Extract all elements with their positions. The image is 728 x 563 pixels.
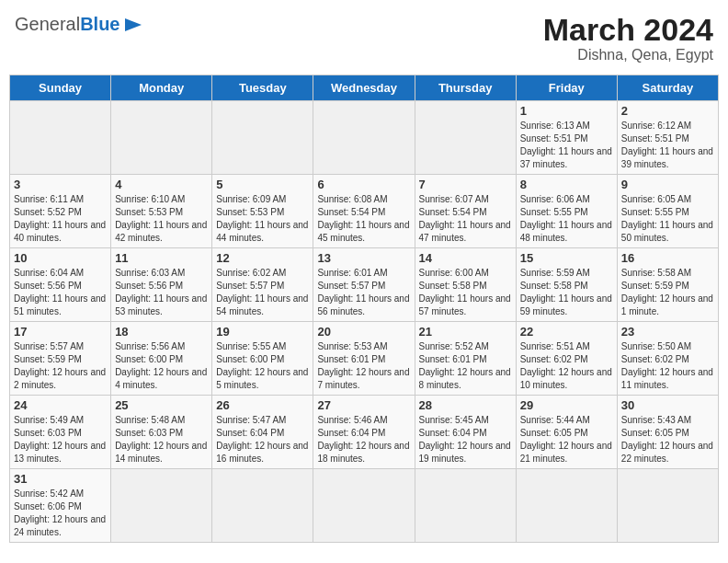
day-number: 14 [419, 251, 512, 265]
col-monday: Monday [111, 75, 212, 101]
day-info: Sunrise: 6:08 AM Sunset: 5:54 PM Dayligh… [317, 193, 410, 245]
day-number: 29 [520, 398, 613, 412]
table-row [111, 101, 212, 175]
col-wednesday: Wednesday [313, 75, 415, 101]
table-row: 3Sunrise: 6:11 AM Sunset: 5:52 PM Daylig… [10, 175, 111, 248]
table-row: 11Sunrise: 6:03 AM Sunset: 5:56 PM Dayli… [111, 248, 212, 322]
calendar-subtitle: Dishna, Qena, Egypt [543, 47, 713, 63]
day-info: Sunrise: 5:48 AM Sunset: 6:03 PM Dayligh… [115, 414, 208, 465]
table-row: 4Sunrise: 6:10 AM Sunset: 5:53 PM Daylig… [111, 175, 212, 248]
day-info: Sunrise: 6:03 AM Sunset: 5:56 PM Dayligh… [115, 267, 208, 318]
day-number: 9 [621, 178, 714, 191]
table-row: 1Sunrise: 6:13 AM Sunset: 5:51 PM Daylig… [516, 101, 617, 175]
calendar-table: Sunday Monday Tuesday Wednesday Thursday… [9, 75, 719, 543]
day-number: 1 [520, 104, 613, 118]
day-info: Sunrise: 5:59 AM Sunset: 5:58 PM Dayligh… [520, 267, 613, 318]
table-row: 5Sunrise: 6:09 AM Sunset: 5:53 PM Daylig… [212, 175, 313, 248]
day-info: Sunrise: 5:53 AM Sunset: 6:01 PM Dayligh… [317, 340, 410, 392]
day-info: Sunrise: 6:05 AM Sunset: 5:55 PM Dayligh… [621, 193, 714, 245]
day-number: 31 [14, 472, 107, 486]
table-row: 2Sunrise: 6:12 AM Sunset: 5:51 PM Daylig… [617, 101, 718, 175]
table-row: 31Sunrise: 5:42 AM Sunset: 6:06 PM Dayli… [10, 469, 111, 543]
day-number: 7 [419, 178, 512, 191]
day-info: Sunrise: 6:00 AM Sunset: 5:58 PM Dayligh… [419, 267, 512, 318]
day-info: Sunrise: 5:43 AM Sunset: 6:05 PM Dayligh… [621, 414, 714, 465]
day-number: 23 [621, 325, 714, 339]
day-info: Sunrise: 5:44 AM Sunset: 6:05 PM Dayligh… [520, 414, 613, 465]
table-row: 9Sunrise: 6:05 AM Sunset: 5:55 PM Daylig… [617, 175, 718, 248]
day-info: Sunrise: 5:46 AM Sunset: 6:04 PM Dayligh… [317, 414, 410, 465]
table-row: 19Sunrise: 5:55 AM Sunset: 6:00 PM Dayli… [212, 322, 313, 396]
table-row [415, 469, 516, 543]
table-row: 10Sunrise: 6:04 AM Sunset: 5:56 PM Dayli… [10, 248, 111, 322]
table-row: 27Sunrise: 5:46 AM Sunset: 6:04 PM Dayli… [313, 396, 415, 469]
table-row: 30Sunrise: 5:43 AM Sunset: 6:05 PM Dayli… [617, 396, 718, 469]
day-info: Sunrise: 6:11 AM Sunset: 5:52 PM Dayligh… [14, 193, 107, 245]
table-row: 25Sunrise: 5:48 AM Sunset: 6:03 PM Dayli… [111, 396, 212, 469]
table-row [516, 469, 617, 543]
table-row: 16Sunrise: 5:58 AM Sunset: 5:59 PM Dayli… [617, 248, 718, 322]
day-info: Sunrise: 5:47 AM Sunset: 6:04 PM Dayligh… [216, 414, 309, 465]
day-info: Sunrise: 6:07 AM Sunset: 5:54 PM Dayligh… [419, 193, 512, 245]
day-info: Sunrise: 6:02 AM Sunset: 5:57 PM Dayligh… [216, 267, 309, 318]
table-row [10, 101, 111, 175]
col-saturday: Saturday [617, 75, 718, 101]
day-number: 24 [14, 398, 107, 412]
day-info: Sunrise: 5:56 AM Sunset: 6:00 PM Dayligh… [115, 340, 208, 392]
table-row: 24Sunrise: 5:49 AM Sunset: 6:03 PM Dayli… [10, 396, 111, 469]
day-info: Sunrise: 5:57 AM Sunset: 5:59 PM Dayligh… [14, 340, 107, 392]
col-sunday: Sunday [10, 75, 111, 101]
table-row [313, 101, 415, 175]
col-tuesday: Tuesday [212, 75, 313, 101]
day-info: Sunrise: 6:06 AM Sunset: 5:55 PM Dayligh… [520, 193, 613, 245]
day-number: 11 [115, 251, 208, 265]
day-info: Sunrise: 6:01 AM Sunset: 5:57 PM Dayligh… [317, 267, 410, 318]
page-header: GeneralBlue March 2024 Dishna, Qena, Egy… [9, 9, 719, 67]
table-row [212, 469, 313, 543]
table-row [617, 469, 718, 543]
table-row: 23Sunrise: 5:50 AM Sunset: 6:02 PM Dayli… [617, 322, 718, 396]
day-number: 2 [621, 104, 714, 118]
day-info: Sunrise: 6:13 AM Sunset: 5:51 PM Dayligh… [520, 120, 613, 171]
table-row: 28Sunrise: 5:45 AM Sunset: 6:04 PM Dayli… [415, 396, 516, 469]
table-row: 15Sunrise: 5:59 AM Sunset: 5:58 PM Dayli… [516, 248, 617, 322]
table-row: 8Sunrise: 6:06 AM Sunset: 5:55 PM Daylig… [516, 175, 617, 248]
day-info: Sunrise: 6:12 AM Sunset: 5:51 PM Dayligh… [621, 120, 714, 171]
table-row: 22Sunrise: 5:51 AM Sunset: 6:02 PM Dayli… [516, 322, 617, 396]
day-info: Sunrise: 5:52 AM Sunset: 6:01 PM Dayligh… [419, 340, 512, 392]
svg-marker-0 [125, 18, 142, 31]
table-row: 20Sunrise: 5:53 AM Sunset: 6:01 PM Dayli… [313, 322, 415, 396]
day-number: 3 [14, 178, 107, 191]
day-number: 25 [115, 398, 208, 412]
day-number: 17 [14, 325, 107, 339]
day-number: 18 [115, 325, 208, 339]
day-info: Sunrise: 5:45 AM Sunset: 6:04 PM Dayligh… [419, 414, 512, 465]
day-number: 15 [520, 251, 613, 265]
day-number: 26 [216, 398, 309, 412]
logo: GeneralBlue [15, 13, 143, 35]
day-info: Sunrise: 5:42 AM Sunset: 6:06 PM Dayligh… [14, 488, 107, 539]
day-info: Sunrise: 5:51 AM Sunset: 6:02 PM Dayligh… [520, 340, 613, 392]
day-info: Sunrise: 6:09 AM Sunset: 5:53 PM Dayligh… [216, 193, 309, 245]
day-number: 10 [14, 251, 107, 265]
table-row: 12Sunrise: 6:02 AM Sunset: 5:57 PM Dayli… [212, 248, 313, 322]
calendar-title-block: March 2024 Dishna, Qena, Egypt [543, 13, 713, 63]
day-number: 6 [317, 178, 410, 191]
table-row [111, 469, 212, 543]
day-number: 19 [216, 325, 309, 339]
logo-text: GeneralBlue [15, 14, 120, 35]
table-row: 21Sunrise: 5:52 AM Sunset: 6:01 PM Dayli… [415, 322, 516, 396]
table-row: 14Sunrise: 6:00 AM Sunset: 5:58 PM Dayli… [415, 248, 516, 322]
table-row: 29Sunrise: 5:44 AM Sunset: 6:05 PM Dayli… [516, 396, 617, 469]
table-row: 17Sunrise: 5:57 AM Sunset: 5:59 PM Dayli… [10, 322, 111, 396]
day-number: 12 [216, 251, 309, 265]
col-friday: Friday [516, 75, 617, 101]
calendar-title: March 2024 [543, 13, 713, 47]
day-number: 28 [419, 398, 512, 412]
table-row: 6Sunrise: 6:08 AM Sunset: 5:54 PM Daylig… [313, 175, 415, 248]
day-info: Sunrise: 6:04 AM Sunset: 5:56 PM Dayligh… [14, 267, 107, 318]
day-number: 22 [520, 325, 613, 339]
day-info: Sunrise: 5:55 AM Sunset: 6:00 PM Dayligh… [216, 340, 309, 392]
day-info: Sunrise: 5:58 AM Sunset: 5:59 PM Dayligh… [621, 267, 714, 318]
day-number: 21 [419, 325, 512, 339]
